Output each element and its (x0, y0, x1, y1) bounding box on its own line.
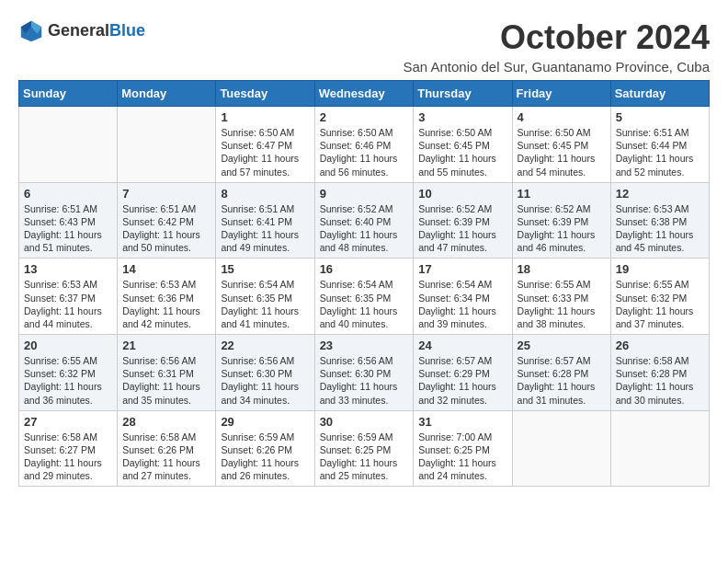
sunrise-text: Sunrise: 6:56 AM (221, 354, 309, 367)
sunrise-text: Sunrise: 6:59 AM (320, 431, 409, 443)
sunrise-text: Sunrise: 6:50 AM (320, 126, 409, 139)
day-number: 21 (122, 339, 210, 352)
page-header: GeneralBlue October 2024 San Antonio del… (18, 18, 710, 75)
logo: GeneralBlue (18, 18, 145, 44)
daylight-text: Daylight: 11 hours and 48 minutes. (320, 228, 409, 254)
weekday-header-sunday: Sunday (19, 81, 118, 107)
sunrise-text: Sunrise: 6:50 AM (518, 126, 606, 139)
day-number: 18 (518, 262, 606, 276)
day-number: 19 (616, 262, 704, 276)
sunrise-text: Sunrise: 6:55 AM (24, 354, 112, 367)
sunset-text: Sunset: 6:43 PM (24, 215, 112, 228)
daylight-text: Daylight: 11 hours and 55 minutes. (418, 152, 506, 178)
sunset-text: Sunset: 6:27 PM (24, 443, 112, 456)
sunrise-text: Sunrise: 6:50 AM (221, 126, 309, 139)
calendar-week-row: 1Sunrise: 6:50 AMSunset: 6:47 PMDaylight… (19, 107, 710, 183)
sunset-text: Sunset: 6:28 PM (616, 367, 704, 380)
sunrise-text: Sunrise: 6:51 AM (616, 126, 704, 139)
sunrise-text: Sunrise: 6:52 AM (518, 202, 606, 215)
day-number: 7 (122, 187, 210, 201)
daylight-text: Daylight: 11 hours and 41 minutes. (221, 304, 309, 330)
daylight-text: Daylight: 11 hours and 29 minutes. (24, 456, 112, 482)
calendar-cell: 25Sunrise: 6:57 AMSunset: 6:28 PMDayligh… (512, 335, 610, 411)
calendar-cell: 1Sunrise: 6:50 AMSunset: 6:47 PMDaylight… (216, 107, 314, 183)
daylight-text: Daylight: 11 hours and 34 minutes. (221, 380, 309, 406)
daylight-text: Daylight: 11 hours and 40 minutes. (320, 304, 409, 330)
sunrise-text: Sunrise: 6:54 AM (320, 278, 409, 291)
daylight-text: Daylight: 11 hours and 35 minutes. (122, 380, 210, 406)
daylight-text: Daylight: 11 hours and 38 minutes. (518, 304, 606, 330)
calendar-cell: 5Sunrise: 6:51 AMSunset: 6:44 PMDaylight… (610, 107, 709, 183)
daylight-text: Daylight: 11 hours and 56 minutes. (320, 152, 409, 178)
sunrise-text: Sunrise: 7:00 AM (418, 431, 506, 443)
sunrise-text: Sunrise: 6:54 AM (221, 278, 309, 291)
daylight-text: Daylight: 11 hours and 46 minutes. (518, 228, 606, 254)
calendar-cell: 27Sunrise: 6:58 AMSunset: 6:27 PMDayligh… (19, 410, 118, 487)
day-number: 2 (320, 110, 409, 124)
calendar-week-row: 6Sunrise: 6:51 AMSunset: 6:43 PMDaylight… (19, 182, 710, 259)
daylight-text: Daylight: 11 hours and 36 minutes. (24, 380, 112, 406)
sunset-text: Sunset: 6:37 PM (24, 292, 112, 304)
sunset-text: Sunset: 6:35 PM (320, 292, 409, 304)
calendar-cell: 21Sunrise: 6:56 AMSunset: 6:31 PMDayligh… (118, 335, 216, 411)
sunrise-text: Sunrise: 6:59 AM (221, 431, 309, 443)
weekday-header-monday: Monday (118, 81, 216, 107)
daylight-text: Daylight: 11 hours and 54 minutes. (518, 152, 606, 178)
day-number: 10 (418, 187, 506, 201)
calendar-cell: 3Sunrise: 6:50 AMSunset: 6:45 PMDaylight… (414, 107, 512, 183)
day-number: 9 (320, 187, 409, 201)
sunset-text: Sunset: 6:40 PM (320, 215, 409, 228)
sunset-text: Sunset: 6:31 PM (122, 367, 210, 380)
sunset-text: Sunset: 6:26 PM (221, 443, 309, 456)
daylight-text: Daylight: 11 hours and 44 minutes. (24, 304, 112, 330)
day-number: 14 (122, 262, 210, 276)
month-title: October 2024 (403, 18, 710, 57)
calendar-cell: 31Sunrise: 7:00 AMSunset: 6:25 PMDayligh… (414, 410, 512, 487)
sunrise-text: Sunrise: 6:51 AM (24, 202, 112, 215)
calendar-cell: 28Sunrise: 6:58 AMSunset: 6:26 PMDayligh… (118, 410, 216, 487)
daylight-text: Daylight: 11 hours and 51 minutes. (24, 228, 112, 254)
sunrise-text: Sunrise: 6:55 AM (518, 278, 606, 291)
day-number: 25 (518, 339, 606, 352)
calendar-cell: 22Sunrise: 6:56 AMSunset: 6:30 PMDayligh… (216, 335, 314, 411)
sunrise-text: Sunrise: 6:56 AM (320, 354, 409, 367)
sunset-text: Sunset: 6:44 PM (616, 139, 704, 152)
calendar-cell: 30Sunrise: 6:59 AMSunset: 6:25 PMDayligh… (314, 410, 414, 487)
weekday-header-thursday: Thursday (414, 81, 512, 107)
day-number: 13 (24, 262, 112, 276)
sunrise-text: Sunrise: 6:51 AM (122, 202, 210, 215)
sunset-text: Sunset: 6:32 PM (616, 292, 704, 304)
day-number: 15 (221, 262, 309, 276)
sunrise-text: Sunrise: 6:53 AM (122, 278, 210, 291)
day-number: 4 (518, 110, 606, 124)
weekday-header-friday: Friday (512, 81, 610, 107)
day-number: 16 (320, 262, 409, 276)
location-subtitle: San Antonio del Sur, Guantanamo Province… (403, 59, 710, 75)
weekday-header-saturday: Saturday (610, 81, 709, 107)
calendar-cell: 24Sunrise: 6:57 AMSunset: 6:29 PMDayligh… (414, 335, 512, 411)
calendar-cell (512, 410, 610, 487)
calendar-cell: 23Sunrise: 6:56 AMSunset: 6:30 PMDayligh… (314, 335, 414, 411)
day-number: 28 (122, 415, 210, 429)
day-number: 23 (320, 339, 409, 352)
sunset-text: Sunset: 6:30 PM (221, 367, 309, 380)
calendar-cell (19, 107, 118, 183)
sunset-text: Sunset: 6:36 PM (122, 292, 210, 304)
calendar-cell: 14Sunrise: 6:53 AMSunset: 6:36 PMDayligh… (118, 259, 216, 335)
logo-text: GeneralBlue (48, 22, 145, 40)
daylight-text: Daylight: 11 hours and 30 minutes. (616, 380, 704, 406)
sunset-text: Sunset: 6:35 PM (221, 292, 309, 304)
day-number: 30 (320, 415, 409, 429)
sunrise-text: Sunrise: 6:51 AM (221, 202, 309, 215)
day-number: 12 (616, 187, 704, 201)
sunrise-text: Sunrise: 6:58 AM (24, 431, 112, 443)
calendar-cell (118, 107, 216, 183)
calendar-cell: 29Sunrise: 6:59 AMSunset: 6:26 PMDayligh… (216, 410, 314, 487)
sunrise-text: Sunrise: 6:53 AM (24, 278, 112, 291)
daylight-text: Daylight: 11 hours and 47 minutes. (418, 228, 506, 254)
day-number: 27 (24, 415, 112, 429)
sunset-text: Sunset: 6:32 PM (24, 367, 112, 380)
logo-icon (18, 18, 44, 44)
calendar-cell: 20Sunrise: 6:55 AMSunset: 6:32 PMDayligh… (19, 335, 118, 411)
daylight-text: Daylight: 11 hours and 42 minutes. (122, 304, 210, 330)
